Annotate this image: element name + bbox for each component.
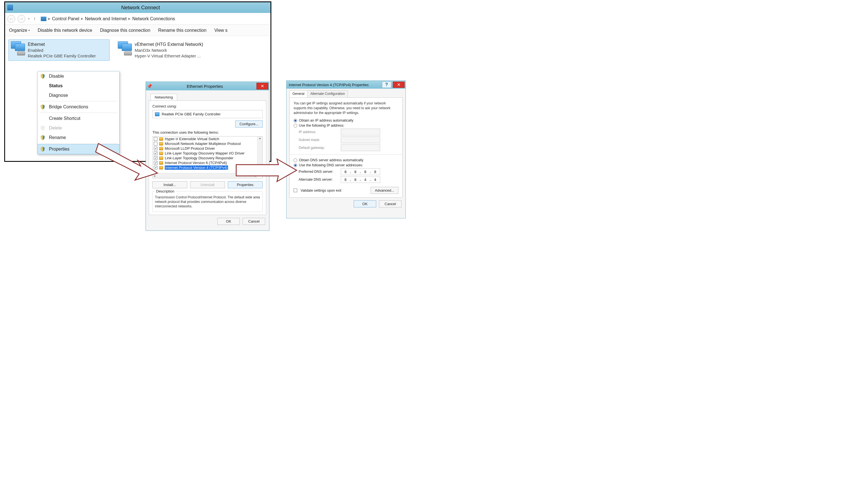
alternate-dns-field[interactable]: 8 . 8 . 4 . 4: [341, 176, 380, 183]
radio-obtain-ip-auto[interactable]: Obtain an IP address automatically: [294, 118, 398, 123]
chevron-down-icon: ▾: [28, 29, 30, 32]
network-item-label: Internet Protocol Version 4 (TCP/IPv4): [165, 166, 228, 170]
preferred-dns-field[interactable]: 8 . 8 . 8 . 8: [341, 168, 380, 175]
vertical-scrollbar[interactable]: ▴▾: [257, 137, 262, 173]
ctx-status[interactable]: Status: [38, 81, 119, 90]
adapter-name: vEthernet (HTG External Network): [135, 41, 203, 47]
advanced-button[interactable]: Advanced...: [371, 187, 398, 194]
checkbox-icon[interactable]: ✔: [154, 156, 158, 160]
ctx-create-shortcut[interactable]: Create Shortcut: [38, 114, 119, 123]
breadcrumb-segment[interactable]: Network and Internet: [85, 16, 127, 22]
command-bar: Organize ▾ Disable this network device D…: [5, 25, 270, 36]
ctx-diagnose[interactable]: Diagnose: [38, 90, 119, 100]
adapter-status: ManD3x Network: [135, 47, 203, 53]
cmd-view[interactable]: View s: [214, 28, 227, 33]
network-item-label: Link-Layer Topology Discovery Mapper I/O…: [165, 151, 245, 155]
cmd-disable-device[interactable]: Disable this network device: [38, 28, 92, 33]
network-item[interactable]: ✔Link-Layer Topology Discovery Mapper I/…: [153, 151, 257, 156]
breadcrumb-segment[interactable]: Control Panel: [52, 16, 79, 22]
tab-alternate-configuration[interactable]: Alternate Configuration: [307, 90, 348, 97]
ok-button[interactable]: OK: [217, 218, 240, 225]
window-title: Network Connect: [13, 5, 268, 11]
network-item[interactable]: Microsoft Network Adapter Multiplexor Pr…: [153, 141, 257, 146]
checkbox-icon[interactable]: ✔: [154, 166, 158, 169]
protocol-icon: [159, 156, 163, 160]
protocol-icon: [159, 161, 163, 165]
help-button[interactable]: ?: [382, 82, 391, 88]
checkbox-icon: [294, 188, 297, 192]
description-text: Transmission Control Protocol/Internet P…: [155, 195, 260, 209]
radio-obtain-dns-auto[interactable]: Obtain DNS server address automatically: [294, 158, 398, 162]
up-button[interactable]: ↑: [32, 16, 37, 22]
network-item-label: Microsoft Network Adapter Multiplexor Pr…: [165, 142, 241, 146]
ip-address-label: IP address:: [299, 130, 338, 134]
shield-icon: [40, 146, 46, 152]
breadcrumb-segment[interactable]: Network Connections: [132, 16, 175, 22]
close-button[interactable]: ✕: [393, 82, 404, 88]
tabs: Networking: [149, 93, 266, 100]
adapter-list: Ethernet Enabled Realtek PCIe GBE Family…: [5, 36, 270, 64]
radio-use-ip[interactable]: Use the following IP address:: [294, 124, 398, 127]
radio-icon: [294, 119, 297, 123]
checkbox-icon[interactable]: ✔: [154, 147, 158, 150]
ctx-properties[interactable]: Properties: [38, 144, 119, 154]
tab-networking[interactable]: Networking: [150, 94, 177, 100]
checkbox-icon[interactable]: ✔: [154, 161, 158, 165]
protocol-icon: [159, 137, 163, 141]
properties-button[interactable]: Properties: [228, 181, 263, 188]
install-button[interactable]: Install...: [152, 181, 187, 188]
forward-button[interactable]: →: [17, 15, 25, 23]
breadcrumb[interactable]: ▶ Control Panel ▶ Network and Internet ▶…: [41, 16, 175, 22]
radio-icon: [294, 164, 297, 167]
checkbox-icon[interactable]: [154, 142, 158, 145]
network-item-label: Hyper-V Extensible Virtual Switch: [165, 137, 219, 141]
close-button[interactable]: ✕: [256, 83, 268, 89]
context-menu: Disable Status Diagnose Bridge Connectio…: [38, 71, 119, 154]
adapter-item-ethernet[interactable]: Ethernet Enabled Realtek PCIe GBE Family…: [9, 39, 110, 61]
validate-checkbox[interactable]: Validate settings upon exit: [294, 188, 341, 193]
chevron-right-icon: ▸: [255, 174, 256, 177]
titlebar: Internet Protocol Version 4 (TCP/IPv4) P…: [286, 81, 406, 89]
ctx-disable[interactable]: Disable: [38, 71, 119, 81]
network-item[interactable]: ✔Link-Layer Topology Discovery Responder: [153, 156, 257, 160]
adapter-device: Hyper-V Virtual Ethernet Adapter ...: [135, 53, 203, 59]
network-item[interactable]: ✔Microsoft LLDP Protocol Driver: [153, 146, 257, 151]
back-button[interactable]: ←: [7, 15, 15, 23]
ok-button[interactable]: OK: [354, 200, 376, 208]
cancel-button[interactable]: Cancel: [242, 218, 265, 225]
network-item[interactable]: ✔Internet Protocol Version 6 (TCP/IPv6): [153, 160, 257, 165]
items-label: This connection uses the following items…: [152, 130, 263, 134]
cmd-diagnose-connection[interactable]: Diagnose this connection: [100, 28, 150, 33]
cmd-rename-connection[interactable]: Rename this connection: [158, 28, 207, 33]
configure-button[interactable]: Configure...: [235, 120, 263, 127]
adapter-item-vethernet[interactable]: vEthernet (HTG External Network) ManD3x …: [115, 39, 217, 61]
info-text: You can get IP settings assigned automat…: [294, 101, 398, 115]
tab-general[interactable]: General: [289, 90, 308, 97]
chevron-right-icon: ▶: [128, 17, 131, 20]
radio-icon: [294, 158, 297, 162]
ctx-rename[interactable]: Rename: [38, 133, 119, 142]
network-item[interactable]: Hyper-V Extensible Virtual Switch: [153, 137, 257, 141]
protocol-icon: [159, 152, 163, 155]
ctx-bridge[interactable]: Bridge Connections: [38, 102, 119, 112]
pin-icon: 📌: [146, 84, 153, 89]
checkbox-icon[interactable]: [154, 137, 158, 141]
chevron-left-icon: ◂: [154, 174, 155, 177]
ip-address-field: . . .: [341, 129, 380, 136]
tabs: General Alternate Configuration: [289, 90, 403, 98]
cancel-button[interactable]: Cancel: [379, 200, 401, 208]
shield-icon: [40, 125, 46, 131]
network-item-label: Link-Layer Topology Discovery Responder: [165, 156, 233, 160]
network-item[interactable]: ✔Internet Protocol Version 4 (TCP/IPv4): [153, 165, 257, 170]
radio-icon: [294, 124, 297, 127]
checkbox-icon[interactable]: ✔: [154, 152, 158, 155]
horizontal-scrollbar[interactable]: ◂▸: [153, 173, 257, 178]
description-label: Description: [155, 189, 175, 193]
organize-menu[interactable]: Organize ▾: [9, 28, 30, 33]
separator: [39, 101, 118, 101]
history-dropdown[interactable]: ▾: [28, 17, 30, 20]
dialog-title: Internet Protocol Version 4 (TCP/IPv4) P…: [289, 83, 380, 87]
nav-bar: ← → ▾ ↑ ▶ Control Panel ▶ Network and In…: [5, 13, 270, 25]
app-icon: [7, 5, 13, 11]
radio-use-dns[interactable]: Use the following DNS server addresses:: [294, 163, 398, 167]
